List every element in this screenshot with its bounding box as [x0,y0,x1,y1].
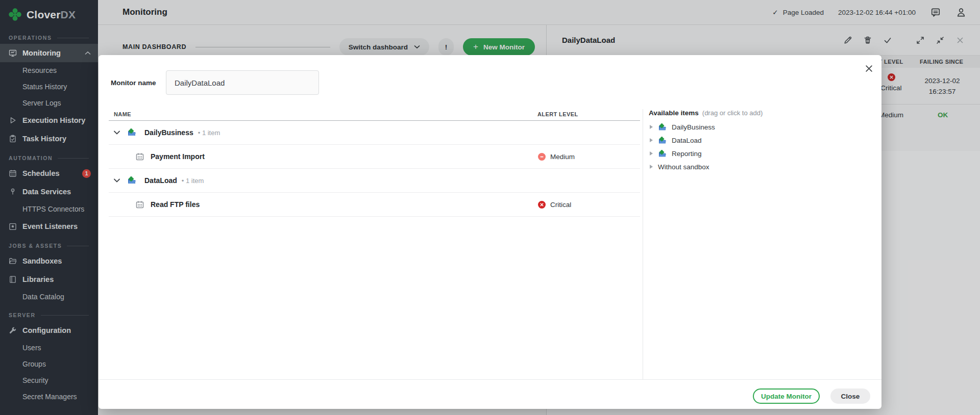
alert-level-value: Medium [550,153,575,161]
close-button[interactable]: Close [830,388,870,404]
available-items-hint: (drag or click to add) [702,109,763,117]
app: CloverDX OPERATIONS Monitoring Resources… [0,0,980,415]
tree-group-dataload[interactable]: DataLoad • 1 item [109,169,640,193]
chevron-right-icon[interactable] [650,125,653,129]
sandbox-icon [658,123,667,131]
footer-divider [99,379,881,380]
chevron-right-icon[interactable] [650,151,653,155]
sandbox-icon [658,150,667,158]
panes-divider [643,109,643,379]
sandbox-icon [127,176,136,185]
available-item-dailybusiness[interactable]: DailyBusiness [649,120,868,134]
alert-level-column: ALERT LEVEL [537,111,578,117]
update-monitor-button[interactable]: Update Monitor [753,388,820,404]
tree-item-payment-import[interactable]: Payment Import Medium [109,145,640,169]
name-column: NAME [114,111,131,117]
modal-close-icon[interactable] [863,63,874,74]
available-item-without-sandbox[interactable]: Without sandbox [649,160,868,173]
sandbox-icon [658,137,667,144]
chevron-down-icon[interactable] [114,178,120,183]
job-icon [135,152,144,161]
available-item-dataload[interactable]: DataLoad [649,134,868,147]
alert-level-value: Critical [550,201,571,209]
monitor-name-input[interactable] [166,70,319,95]
available-items-pane: Available items (drag or click to add) D… [649,109,868,173]
monitor-items-tree: DailyBusiness • 1 item Payment Import Me… [109,121,640,217]
available-item-reporting[interactable]: Reporting [649,147,868,160]
medium-alert-icon [538,153,546,161]
critical-alert-icon [538,201,546,209]
chevron-down-icon[interactable] [114,131,120,135]
chevron-right-icon[interactable] [650,165,653,169]
sandbox-icon [127,128,136,137]
edit-monitor-modal: Monitor name NAME ALERT LEVEL DailyBusin… [99,55,881,409]
available-items-title: Available items [649,109,699,117]
monitor-name-label: Monitor name [111,79,166,87]
tree-table-header: NAME ALERT LEVEL [99,109,650,120]
chevron-right-icon[interactable] [650,138,653,142]
tree-group-dailybusiness[interactable]: DailyBusiness • 1 item [109,121,640,145]
tree-item-read-ftp-files[interactable]: Read FTP files Critical [109,193,640,217]
job-icon [135,200,144,209]
